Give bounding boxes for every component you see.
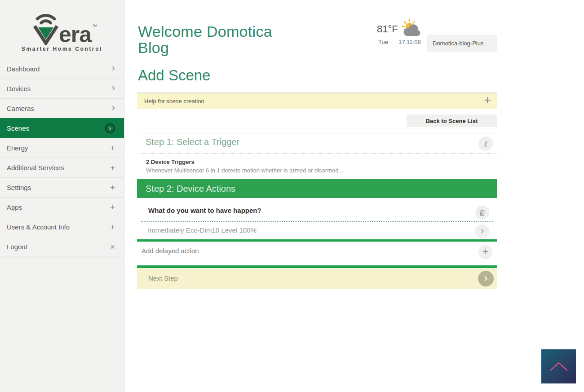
delete-trash-icon[interactable] <box>475 206 489 220</box>
sidebar: era ™ Smarter Home Control Dashboard › D… <box>0 0 124 392</box>
trigger-count-label: 2 Device Triggers <box>146 159 195 165</box>
close-icon: × <box>110 242 115 251</box>
main-content: Welcome Domotica Blog 81°F Tue 17:11:08 … <box>137 0 497 392</box>
sidebar-item-label: Users & Account Info <box>7 223 70 231</box>
temperature-label: 81°F <box>377 23 398 35</box>
sidebar-item-logout[interactable]: Logout × <box>0 237 124 256</box>
help-bar-label: Help for scene creation <box>144 98 204 105</box>
sidebar-item-label: Logout <box>7 243 27 251</box>
sidebar-item-cameras[interactable]: Cameras › <box>0 98 124 118</box>
sidebar-item-apps[interactable]: Apps + <box>0 197 124 217</box>
plus-icon: + <box>110 183 115 192</box>
sidebar-item-label: Scenes <box>7 124 29 132</box>
expand-plus-icon[interactable]: + <box>484 94 491 106</box>
sidebar-item-label: Settings <box>7 184 31 191</box>
chevron-right-icon[interactable]: › <box>475 225 489 238</box>
sidebar-item-label: Dashboard <box>7 65 40 73</box>
next-step-bar[interactable]: Next Step › <box>137 268 497 289</box>
vera-add-scene-page: era ™ Smarter Home Control Dashboard › D… <box>0 0 584 392</box>
chevron-right-icon: › <box>112 83 115 93</box>
chevron-right-icon: › <box>112 103 115 113</box>
next-step-label: Next Step <box>148 274 178 282</box>
step2-header-bar: Step 2: Device Actions <box>137 179 497 198</box>
add-delayed-action-row[interactable]: Add delayed action <box>142 247 199 255</box>
scroll-to-top-button[interactable] <box>541 349 576 383</box>
partly-cloudy-weather-icon <box>400 19 423 40</box>
sidebar-item-additional-services[interactable]: Additional Services + <box>0 158 124 177</box>
sidebar-item-label: Devices <box>7 85 31 92</box>
weekday-label: Tue <box>378 39 388 45</box>
welcome-heading: Welcome Domotica Blog <box>138 23 286 56</box>
sidebar-item-label: Additional Services <box>7 164 64 172</box>
plus-icon: + <box>110 144 115 152</box>
device-action-question: What do you want to have happen? <box>148 207 261 214</box>
sidebar-menu: Dashboard › Devices › Cameras › Scenes ›… <box>0 59 124 256</box>
clock-time: 17:11:08 <box>398 39 421 45</box>
chevron-right-icon: › <box>112 63 115 73</box>
sidebar-item-label: Cameras <box>7 105 34 112</box>
step2-title: Step 2: Device Actions <box>146 184 235 194</box>
step1-title: Step 1: Select a Trigger <box>146 137 239 147</box>
help-accordion-bar[interactable]: Help for scene creation + <box>137 92 497 109</box>
sidebar-item-label: Apps <box>7 203 22 211</box>
chevron-right-circle-icon: › <box>105 123 115 133</box>
next-step-chevron-icon[interactable]: › <box>478 271 494 286</box>
edit-pencil-icon[interactable]: ℓ <box>478 137 493 151</box>
green-dotted-separator <box>141 221 493 222</box>
page-title: Add Scene <box>138 67 210 84</box>
sidebar-item-devices[interactable]: Devices › <box>0 79 124 98</box>
plus-icon: + <box>110 223 115 231</box>
sidebar-item-scenes[interactable]: Scenes › <box>0 118 124 138</box>
green-divider-line <box>137 239 497 242</box>
plus-icon: + <box>110 163 115 172</box>
dotted-separator <box>137 133 497 133</box>
back-to-scene-list-button[interactable]: Back to Scene List <box>407 115 497 127</box>
vera-logo: era ™ Smarter Home Control <box>0 0 124 52</box>
dotted-separator <box>137 153 497 154</box>
trigger-description: Whenever Multisensor 6 in 1 detects moti… <box>146 167 343 174</box>
sidebar-item-label: Energy <box>7 144 28 152</box>
svg-text:™: ™ <box>92 23 97 29</box>
sidebar-item-energy[interactable]: Energy + <box>0 138 124 158</box>
controller-selector-button[interactable]: Domotica-blog-Plus <box>427 35 497 52</box>
add-plus-icon[interactable]: + <box>478 245 492 259</box>
plus-icon: + <box>110 203 115 211</box>
svg-text:era: era <box>59 22 92 45</box>
vera-logo-mark: era ™ <box>27 12 97 45</box>
chevron-up-icon <box>549 361 569 372</box>
sidebar-item-dashboard[interactable]: Dashboard › <box>0 59 124 79</box>
sidebar-item-users-account-info[interactable]: Users & Account Info + <box>0 217 124 237</box>
sidebar-item-settings[interactable]: Settings + <box>0 177 124 197</box>
logo-tagline: Smarter Home Control <box>0 46 124 52</box>
immediate-action-row[interactable]: Immediately Eco-Dim10 Level 100% <box>148 226 257 234</box>
